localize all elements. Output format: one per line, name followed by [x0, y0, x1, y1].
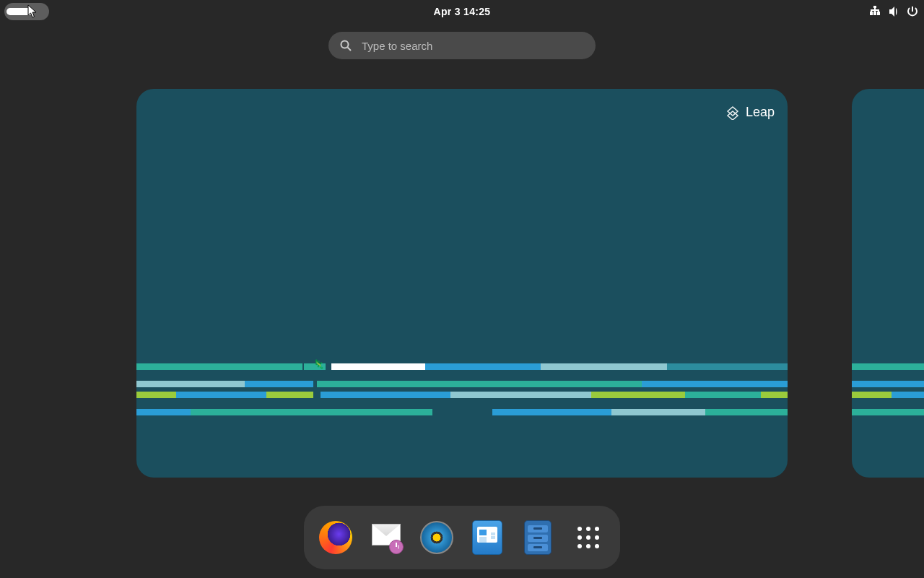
- search-icon: [340, 40, 352, 51]
- system-tray[interactable]: [869, 0, 918, 23]
- dock-app-evolution[interactable]: [369, 520, 404, 555]
- network-icon[interactable]: [869, 6, 881, 17]
- file-cabinet-icon: [524, 520, 552, 555]
- document-icon: [472, 520, 502, 555]
- wallpaper-stripes: [852, 363, 924, 450]
- workspace-label: Leap: [725, 105, 775, 120]
- top-bar: Apr 3 14:25: [0, 0, 924, 23]
- search-bar[interactable]: [328, 32, 596, 59]
- activities-button[interactable]: [4, 3, 49, 20]
- power-icon[interactable]: [907, 6, 918, 17]
- volume-icon[interactable]: [888, 6, 899, 17]
- speaker-icon: [420, 521, 453, 554]
- dock-app-files[interactable]: [520, 520, 555, 555]
- dock: [304, 506, 620, 569]
- svg-line-1: [348, 48, 352, 51]
- workspaces-overview: Leap 🦎: [0, 88, 924, 478]
- wallpaper-stripes: 🦎: [136, 363, 788, 450]
- clock[interactable]: Apr 3 14:25: [434, 6, 491, 17]
- workspace-2[interactable]: [852, 89, 924, 478]
- dock-app-firefox[interactable]: [318, 520, 353, 555]
- search-input[interactable]: [362, 40, 584, 52]
- firefox-icon: [319, 521, 352, 554]
- dock-app-rhythmbox[interactable]: [419, 520, 454, 555]
- show-applications-button[interactable]: [571, 520, 606, 555]
- grid-icon: [578, 527, 599, 548]
- mail-icon: [370, 522, 402, 553]
- dock-app-libreoffice-writer[interactable]: [470, 520, 505, 555]
- workspace-1[interactable]: Leap 🦎: [136, 89, 788, 478]
- leap-icon: [725, 105, 740, 120]
- workspace-label-text: Leap: [746, 105, 775, 120]
- workspace-indicator: [6, 8, 32, 15]
- svg-point-0: [341, 41, 349, 48]
